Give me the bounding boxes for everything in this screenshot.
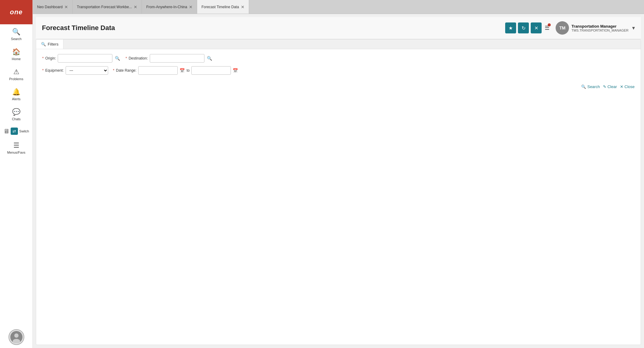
origin-required: * [42, 56, 44, 60]
clear-action-icon: ✎ [603, 84, 606, 89]
sidebar-label-problems: Problems [9, 77, 23, 81]
filters-tab-label: Filters [48, 42, 58, 46]
sidebar-item-menus[interactable]: ☰ Menus/Favs [0, 138, 33, 158]
tab-label-neo-dashboard: Neo Dashboard [37, 5, 63, 9]
close-page-button[interactable]: ✕ [531, 22, 542, 33]
filter-row-2: * Equipment: --- Truck Rail Air Ocean [42, 66, 635, 75]
filters-body: * Origin: 🔍 * Destination: [36, 49, 641, 83]
header-actions: ★ ↻ ✕ ☰ TM Transportation Mana [505, 21, 635, 35]
filters-tab-bar: 🔍 Filters [36, 39, 641, 49]
search-action-label: Search [587, 84, 600, 89]
destination-input[interactable] [150, 54, 204, 63]
tab-label-from-anywhere: From-Anywhere-In-China [146, 5, 187, 9]
filter-actions: 🔍 Search ✎ Clear ✕ Close [36, 83, 641, 92]
close-action-link[interactable]: ✕ Close [620, 84, 635, 89]
user-name: Transportation Manager [571, 24, 629, 29]
origin-input[interactable] [58, 54, 112, 63]
content-box: 🔍 Filters * Origin: 🔍 [36, 39, 641, 345]
calendar-to-icon[interactable]: 📅 [233, 68, 238, 73]
app-logo[interactable]: one [0, 0, 33, 24]
chat-icon: 💬 [12, 108, 20, 116]
refresh-button[interactable]: ↻ [518, 22, 529, 33]
filters-tab[interactable]: 🔍 Filters [36, 39, 63, 49]
search-action-icon: 🔍 [581, 84, 586, 89]
sidebar-label-home: Home [12, 57, 21, 61]
origin-search-icon: 🔍 [115, 56, 120, 61]
date-from-input[interactable] [138, 66, 178, 75]
main-area: Neo Dashboard ✕ Transportation Forecast … [33, 0, 644, 348]
tab-close-forecast-timeline[interactable]: ✕ [241, 5, 245, 9]
destination-search-button[interactable]: 🔍 [206, 55, 213, 61]
filter-field-equipment: * Equipment: --- Truck Rail Air Ocean [42, 66, 108, 75]
star-icon: ★ [509, 25, 513, 31]
svg-point-1 [14, 333, 19, 338]
date-range-required: * [113, 68, 115, 73]
page-title: Forecast Timeline Data [42, 24, 505, 32]
date-to-input[interactable] [191, 66, 231, 75]
equipment-label: * Equipment: [42, 68, 64, 73]
page-header: Forecast Timeline Data ★ ↻ ✕ ☰ TM [36, 17, 641, 39]
tab-close-from-anywhere[interactable]: ✕ [189, 5, 193, 9]
sidebar-label-menus: Menus/Favs [7, 151, 26, 154]
clear-action-label: Clear [608, 84, 617, 89]
refresh-icon: ↻ [522, 25, 526, 31]
filter-row-1: * Origin: 🔍 * Destination: [42, 54, 635, 63]
equipment-required: * [42, 68, 44, 73]
menu-button[interactable]: ☰ [543, 23, 551, 32]
sidebar-item-home[interactable]: 🏠 Home [0, 44, 33, 64]
content-area: Forecast Timeline Data ★ ↻ ✕ ☰ TM [33, 14, 644, 348]
date-range-label: * Date Range: [113, 68, 136, 73]
destination-required: * [125, 56, 127, 60]
notification-dot [548, 23, 551, 26]
home-icon: 🏠 [12, 48, 20, 56]
user-avatar-sidebar[interactable] [9, 329, 24, 345]
user-role: TMS.TRANSPORTATION_MANAGER [571, 29, 629, 32]
close-icon: ✕ [534, 25, 538, 31]
sidebar-label-switch: Switch [19, 129, 29, 133]
origin-search-button[interactable]: 🔍 [114, 55, 121, 61]
tab-forecast-timeline[interactable]: Forecast Timeline Data ✕ [197, 0, 249, 14]
bell-icon: 🔔 [12, 88, 20, 96]
sidebar-item-alerts[interactable]: 🔔 Alerts [0, 84, 33, 104]
destination-search-icon: 🔍 [207, 56, 212, 61]
user-info: TM Transportation Manager TMS.TRANSPORTA… [556, 21, 635, 35]
sidebar-bottom [0, 326, 33, 348]
sidebar-label-search: Search [11, 37, 22, 41]
monitor-icon: 🖥 [3, 128, 9, 135]
sidebar-item-search[interactable]: 🔍 Search [0, 24, 33, 44]
equipment-select[interactable]: --- Truck Rail Air Ocean [66, 66, 108, 75]
menu-icon: ☰ [13, 142, 19, 149]
calendar-from-icon[interactable]: 📅 [180, 68, 185, 73]
tab-close-neo-dashboard[interactable]: ✕ [64, 5, 68, 9]
search-action-link[interactable]: 🔍 Search [581, 84, 600, 89]
user-text: Transportation Manager TMS.TRANSPORTATIO… [571, 24, 629, 32]
filter-field-origin: * Origin: 🔍 [42, 54, 121, 63]
sidebar: one 🔍 Search 🏠 Home ⚠ Problems 🔔 Alerts … [0, 0, 33, 348]
sidebar-item-switch[interactable]: 🖥 ⇄ Switch [0, 125, 33, 138]
tab-from-anywhere[interactable]: From-Anywhere-In-China ✕ [142, 0, 197, 14]
user-avatar-header: TM [556, 21, 569, 35]
close-action-label: Close [625, 84, 635, 89]
tab-close-transport-forecast[interactable]: ✕ [134, 5, 137, 9]
tab-transport-forecast[interactable]: Transportation Forecast Workbe... ✕ [73, 0, 142, 14]
tab-label-transport-forecast: Transportation Forecast Workbe... [77, 5, 132, 9]
switch-badge-icon: ⇄ [11, 128, 18, 135]
tab-bar: Neo Dashboard ✕ Transportation Forecast … [33, 0, 644, 14]
sidebar-item-chats[interactable]: 💬 Chats [0, 104, 33, 125]
sidebar-label-alerts: Alerts [12, 97, 20, 101]
user-dropdown-icon[interactable]: ▾ [632, 25, 635, 31]
clear-action-link[interactable]: ✎ Clear [603, 84, 617, 89]
destination-label: * Destination: [125, 56, 148, 60]
tab-label-forecast-timeline: Forecast Timeline Data [201, 5, 239, 9]
filter-field-destination: * Destination: 🔍 [125, 54, 212, 63]
close-action-icon: ✕ [620, 84, 623, 89]
origin-label: * Origin: [42, 56, 56, 60]
sidebar-label-chats: Chats [12, 117, 21, 121]
sidebar-item-problems[interactable]: ⚠ Problems [0, 64, 33, 84]
filter-search-icon: 🔍 [41, 42, 46, 46]
logo-text: one [10, 8, 22, 16]
date-to-separator: to [187, 68, 190, 73]
tab-neo-dashboard[interactable]: Neo Dashboard ✕ [33, 0, 73, 14]
favorite-button[interactable]: ★ [505, 22, 516, 33]
warning-icon: ⚠ [13, 68, 19, 76]
